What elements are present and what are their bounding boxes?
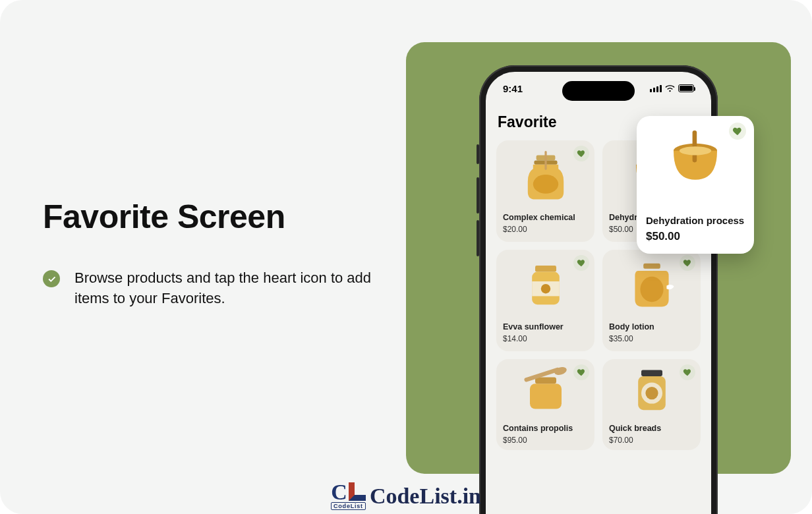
product-price: $20.00 [503, 225, 588, 234]
heart-icon[interactable] [573, 255, 589, 271]
phone-side-button [477, 177, 479, 214]
watermark-text: CodeList.in [370, 484, 481, 509]
cellular-icon [650, 85, 662, 92]
device-panel: 9:41 Favorite [406, 42, 791, 474]
page-title: Favorite Screen [43, 198, 386, 236]
product-name: Evva sunflower [503, 322, 588, 331]
showcase-frame: Favorite Screen Browse products and tap … [0, 0, 812, 514]
codelist-logo-icon: C CodeList [331, 482, 366, 510]
left-copy: Favorite Screen Browse products and tap … [43, 198, 386, 308]
heart-icon[interactable] [573, 146, 589, 161]
heart-icon[interactable] [680, 255, 695, 271]
watermark: C CodeList CodeList.in [331, 482, 481, 510]
product-price: $14.00 [503, 334, 588, 343]
product-price: $70.00 [609, 436, 694, 445]
product-card[interactable]: Body lotion $35.00 [602, 250, 701, 351]
check-icon [43, 270, 60, 287]
heart-icon[interactable] [729, 123, 746, 140]
product-card[interactable]: Complex chemical $20.00 [496, 140, 594, 242]
wifi-icon [665, 83, 675, 94]
product-price: $35.00 [609, 334, 694, 343]
product-price: $50.00 [646, 230, 745, 243]
feature-bullet: Browse products and tap the heart icon t… [43, 268, 386, 308]
highlighted-product-card[interactable]: Dehydration process $50.00 [637, 116, 754, 254]
product-name: Quick breads [609, 424, 694, 433]
status-icons [650, 83, 694, 94]
heart-icon[interactable] [680, 364, 695, 380]
product-card[interactable]: Quick breads $70.00 [602, 359, 701, 450]
product-name: Contains propolis [503, 424, 588, 433]
feature-text: Browse products and tap the heart icon t… [74, 268, 386, 308]
phone-side-button [477, 144, 479, 164]
status-time: 9:41 [503, 83, 523, 94]
status-bar: 9:41 [486, 72, 711, 105]
product-name: Body lotion [609, 322, 694, 331]
battery-icon [678, 84, 694, 92]
product-image [646, 124, 745, 210]
product-name: Dehydration process [646, 215, 745, 226]
phone-side-button [477, 220, 479, 256]
product-card[interactable]: Evva sunflower $14.00 [496, 250, 594, 351]
product-name: Complex chemical [503, 213, 588, 222]
product-card[interactable]: Contains propolis $95.00 [496, 359, 594, 450]
product-price: $95.00 [503, 436, 588, 445]
heart-icon[interactable] [573, 364, 589, 380]
